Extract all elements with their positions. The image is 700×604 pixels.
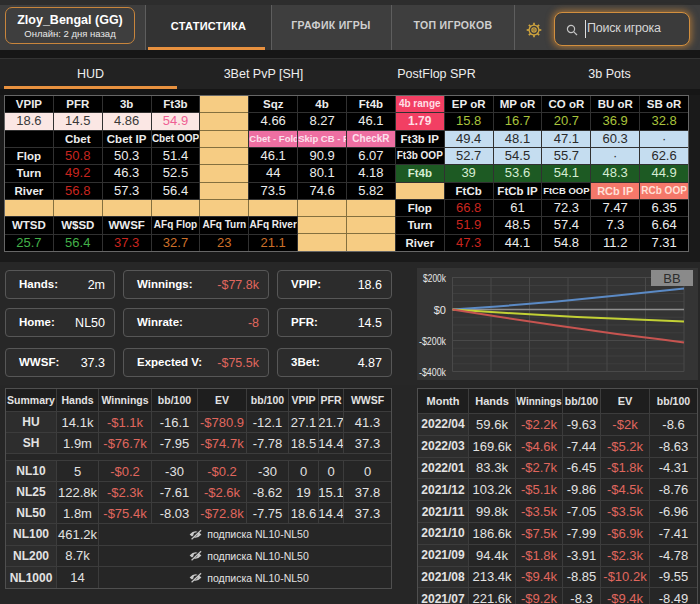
svg-text:$200k: $200k [423, 272, 446, 284]
svg-text:BB: BB [663, 271, 680, 286]
svg-text:-$400k: -$400k [419, 366, 446, 378]
svg-text:$0: $0 [434, 304, 446, 316]
svg-text:-$200k: -$200k [419, 335, 446, 347]
